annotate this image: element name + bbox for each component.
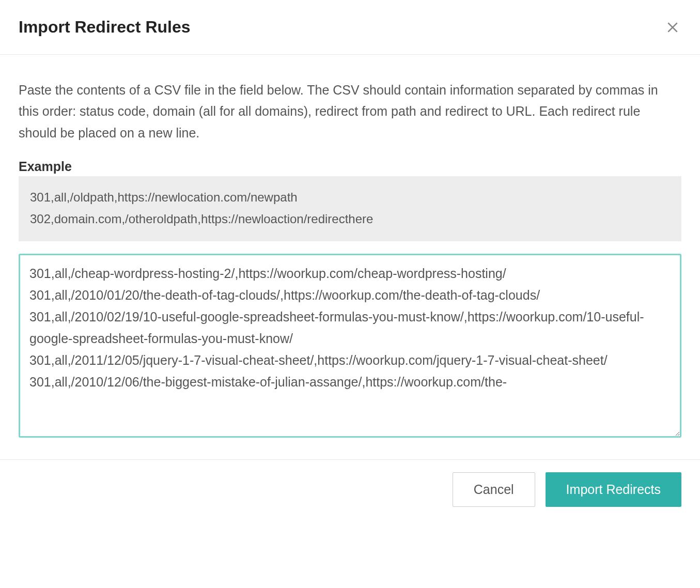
close-button[interactable] (664, 19, 681, 36)
csv-input[interactable] (19, 254, 681, 438)
instructions-text: Paste the contents of a CSV file in the … (19, 80, 681, 144)
example-heading: Example (19, 159, 681, 174)
import-redirects-button[interactable]: Import Redirects (546, 472, 681, 507)
import-redirect-modal: Import Redirect Rules Paste the contents… (0, 0, 700, 521)
modal-body: Paste the contents of a CSV file in the … (0, 55, 700, 459)
cancel-button[interactable]: Cancel (453, 472, 535, 507)
example-line: 302,domain.com,/otheroldpath,https://new… (30, 208, 670, 230)
example-box: 301,all,/oldpath,https://newlocation.com… (19, 176, 681, 241)
example-line: 301,all,/oldpath,https://newlocation.com… (30, 187, 670, 208)
modal-footer: Cancel Import Redirects (0, 459, 700, 521)
close-icon (666, 21, 679, 34)
modal-header: Import Redirect Rules (0, 0, 700, 55)
modal-title: Import Redirect Rules (19, 18, 191, 37)
